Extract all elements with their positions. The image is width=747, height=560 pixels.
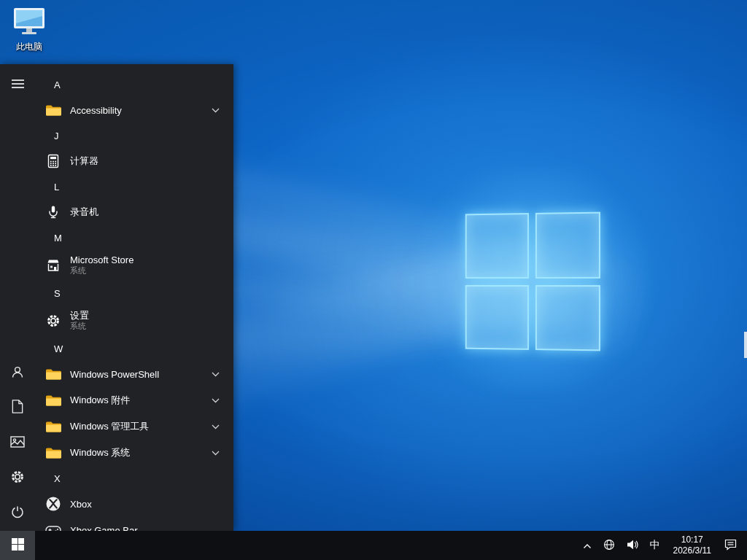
folder-icon	[44, 365, 63, 384]
app-item-label: 计算器	[70, 155, 98, 168]
start-button[interactable]	[0, 531, 35, 560]
app-item-label: Xbox Game Bar	[70, 525, 138, 532]
section-header-s[interactable]: S	[35, 281, 233, 306]
chevron-down-icon	[212, 451, 220, 456]
pictures-icon	[10, 436, 25, 450]
tray-overflow-button[interactable]	[577, 531, 597, 560]
globe-network-icon	[603, 539, 615, 553]
app-item-accessibility[interactable]: Accessibility	[35, 97, 233, 123]
app-item-windows-system[interactable]: Windows 系统	[35, 440, 233, 466]
chevron-down-icon	[212, 398, 220, 403]
gear-icon	[44, 311, 63, 330]
app-item-label: Windows 附件	[70, 394, 130, 407]
desktop: 此电脑	[0, 0, 747, 560]
windows-logo-icon	[12, 538, 24, 553]
pictures-button[interactable]	[0, 425, 35, 460]
app-item-windows-powershell[interactable]: Windows PowerShell	[35, 361, 233, 387]
folder-icon	[44, 391, 63, 410]
system-tray: 中 10:17 2026/3/11	[577, 531, 747, 560]
document-icon	[12, 400, 23, 416]
user-account-button[interactable]	[0, 355, 35, 390]
app-item-sublabel: 系统	[70, 265, 133, 276]
app-item-sublabel: 系统	[70, 321, 89, 332]
section-header-j[interactable]: J	[35, 123, 233, 148]
expand-menu-button[interactable]	[0, 67, 35, 102]
store-icon	[44, 256, 63, 275]
start-menu-rail	[0, 64, 35, 531]
app-item-label: Xbox	[70, 499, 92, 510]
documents-button[interactable]	[0, 390, 35, 425]
app-item-voice-recorder[interactable]: 录音机	[35, 199, 233, 225]
folder-icon	[44, 443, 63, 462]
this-pc-icon	[12, 26, 46, 39]
start-menu: A Accessibility J 计算器 L	[0, 64, 233, 531]
app-item-calculator[interactable]: 计算器	[35, 148, 233, 174]
chevron-down-icon	[212, 424, 220, 429]
volume-button[interactable]	[621, 531, 644, 560]
app-item-label: Accessibility	[70, 105, 122, 116]
action-center-icon	[724, 539, 737, 553]
screen-edge-scrollbar	[744, 332, 747, 358]
app-item-xbox[interactable]: Xbox	[35, 491, 233, 517]
app-item-label: 设置	[70, 310, 89, 321]
speaker-icon	[627, 540, 638, 552]
hamburger-icon	[12, 79, 24, 91]
game-bar-icon	[44, 521, 63, 531]
chevron-down-icon	[212, 372, 220, 377]
user-icon	[10, 365, 25, 381]
app-item-label: Windows PowerShell	[70, 369, 159, 380]
folder-icon	[44, 101, 63, 120]
app-item-windows-admin-tools[interactable]: Windows 管理工具	[35, 413, 233, 440]
section-header-x[interactable]: X	[35, 466, 233, 491]
app-item-xbox-game-bar[interactable]: Xbox Game Bar	[35, 517, 233, 531]
ime-indicator[interactable]: 中	[644, 531, 666, 560]
network-button[interactable]	[597, 531, 621, 560]
app-item-label: 录音机	[70, 206, 98, 219]
app-item-windows-accessories[interactable]: Windows 附件	[35, 387, 233, 413]
app-item-label: Windows 管理工具	[70, 420, 149, 433]
time-text: 10:17	[681, 534, 703, 545]
section-header-a[interactable]: A	[35, 72, 233, 97]
app-item-label: Microsoft Store	[70, 254, 133, 265]
calculator-icon	[44, 152, 63, 171]
start-menu-app-list: A Accessibility J 计算器 L	[35, 64, 233, 531]
chevron-up-icon	[583, 540, 592, 551]
power-icon	[11, 505, 24, 521]
action-center-button[interactable]	[719, 531, 743, 560]
chevron-down-icon	[212, 108, 220, 113]
date-text: 2026/3/11	[673, 545, 712, 556]
clock[interactable]: 10:17 2026/3/11	[666, 531, 719, 560]
section-header-w[interactable]: W	[35, 336, 233, 361]
section-header-l[interactable]: L	[35, 174, 233, 199]
gear-icon	[10, 470, 25, 486]
taskbar: 中 10:17 2026/3/11	[0, 531, 747, 560]
xbox-icon	[44, 494, 63, 513]
power-button[interactable]	[0, 495, 35, 530]
section-header-m[interactable]: M	[35, 225, 233, 250]
app-item-texts: 设置 系统	[70, 310, 89, 332]
rail-bottom-group	[0, 355, 35, 530]
desktop-icon-label: 此电脑	[6, 41, 53, 53]
microphone-icon	[44, 203, 63, 222]
app-item-label: Windows 系统	[70, 446, 130, 459]
folder-icon	[44, 417, 63, 436]
app-item-settings[interactable]: 设置 系统	[35, 306, 233, 336]
app-item-texts: Microsoft Store 系统	[70, 254, 133, 276]
desktop-icon-this-pc[interactable]: 此电脑	[6, 7, 53, 53]
settings-button[interactable]	[0, 460, 35, 495]
app-item-microsoft-store[interactable]: Microsoft Store 系统	[35, 250, 233, 281]
